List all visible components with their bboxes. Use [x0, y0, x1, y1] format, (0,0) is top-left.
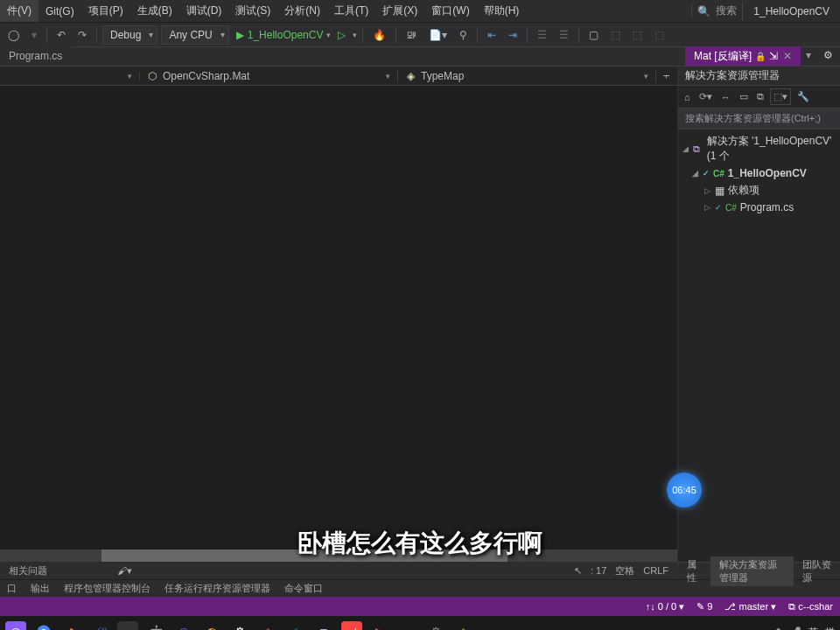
config-dropdown[interactable]: Debug — [102, 25, 158, 45]
menu-git[interactable]: Git(G) — [38, 2, 81, 21]
tab-dropdown-icon[interactable]: ▾ — [801, 46, 816, 66]
status-repo[interactable]: ⧉ c--cshar — [788, 601, 833, 612]
taskbar-app-icon[interactable]: ◉ — [5, 621, 26, 630]
solution-explorer-tab[interactable]: 解决方案资源管理器 — [710, 556, 794, 586]
menu-extensions[interactable]: 扩展(X) — [375, 0, 424, 22]
taskbar-app-icon[interactable]: 𝒮 — [89, 621, 110, 630]
menu-build[interactable]: 生成(B) — [130, 0, 179, 22]
menu-tools[interactable]: 工具(T) — [327, 0, 375, 22]
taskbar-app-icon[interactable]: ◈ — [257, 621, 278, 630]
task-runner-tab[interactable]: 任务运行程序资源管理器 — [158, 580, 277, 597]
menu-view[interactable]: 件(V) — [0, 0, 38, 22]
menu-help[interactable]: 帮助(H) — [477, 0, 527, 22]
search-box[interactable]: 🔍 搜索 — [691, 4, 742, 18]
menu-window[interactable]: 窗口(W) — [424, 0, 476, 22]
editor-bottom-row: 相关问题 🖌▾ ↖ : 17 空格 CRLF — [0, 562, 677, 579]
expand-icon[interactable]: ▷ — [703, 203, 711, 212]
next-bookmark-icon[interactable]: ⬚ — [628, 26, 647, 44]
taskbar-app-icon[interactable]: ○ — [397, 621, 418, 630]
properties-tab[interactable]: 属性 — [678, 556, 710, 586]
comment-icon[interactable]: ☰ — [533, 26, 551, 44]
taskbar-chrome-icon[interactable] — [33, 621, 54, 630]
main-toolbar: ◯ ▾ ↶ ↷ Debug Any CPU ▶ 1_HelloOpenCV ▾ … — [0, 23, 840, 47]
package-icon: ▦ — [715, 185, 724, 197]
taskbar-app-icon[interactable]: ⚙ — [425, 621, 446, 630]
code-editor[interactable] — [0, 86, 677, 550]
tab-mat-decompiled[interactable]: Mat [反编译] ⇲ ✕ — [685, 46, 801, 66]
tray-chevron-icon[interactable]: ⌃ — [774, 626, 782, 631]
indent-icon[interactable]: ⇥ — [504, 26, 522, 44]
nav-class-dropdown[interactable]: ▾ — [0, 72, 140, 80]
find-icon[interactable]: ⚲ — [455, 26, 472, 44]
sync-icon[interactable]: ↔ — [718, 90, 733, 104]
run-no-debug-icon[interactable]: ▷ — [334, 29, 349, 41]
project-node[interactable]: ◢ ✓ C# 1_HelloOpenCV — [678, 165, 840, 181]
window-tab[interactable]: 口 — [0, 580, 24, 597]
nav-type-dropdown[interactable]: ⬡ OpenCvSharp.Mat ▾ — [140, 70, 398, 82]
menu-analyze[interactable]: 分析(N) — [277, 0, 327, 22]
status-nav[interactable]: ↑↓ 0 / 0 ▾ — [646, 601, 685, 612]
properties-icon[interactable]: ⧉ — [754, 89, 766, 104]
taskbar-app-icon[interactable]: ◗ — [61, 621, 82, 630]
ime-indicator[interactable]: 英 — [808, 626, 818, 631]
menu-test[interactable]: 测试(S) — [228, 0, 277, 22]
indent-label[interactable]: 空格 — [615, 564, 634, 578]
taskbar-steam-icon[interactable]: ⚙ — [229, 621, 250, 630]
nav-back-icon[interactable]: ◯ — [4, 26, 24, 44]
home-icon[interactable]: ⌂ — [682, 90, 693, 104]
prev-bookmark-icon[interactable]: ⬚ — [606, 26, 625, 44]
refresh-icon[interactable]: ⟳▾ — [696, 89, 715, 104]
taskbar-app-icon[interactable]: ⛰ — [453, 621, 474, 630]
related-issues-tab[interactable]: 相关问题 — [0, 563, 56, 579]
outdent-icon[interactable]: ⇤ — [483, 26, 500, 44]
gear-icon[interactable]: ⚙ — [816, 46, 840, 66]
nav-fwd-icon[interactable]: ▾ — [27, 26, 41, 44]
hot-reload-icon[interactable]: 🔥 — [368, 26, 390, 44]
taskbar-app-icon[interactable]: ◉ — [173, 621, 194, 630]
solution-root[interactable]: ◢ ⧉ 解决方案 '1_HelloOpenCV' (1 个 — [678, 132, 840, 165]
team-explorer-tab[interactable]: 团队资源 — [794, 556, 840, 586]
status-changes[interactable]: ✎ 9 — [696, 601, 712, 612]
menu-project[interactable]: 项目(P) — [81, 0, 130, 22]
browser-dropdown-icon[interactable]: 🖳 — [402, 26, 421, 44]
redo-icon[interactable]: ↷ — [74, 26, 91, 44]
dependencies-node[interactable]: ▷ ▦ 依赖项 — [678, 181, 840, 200]
brush-icon[interactable]: 🖌▾ — [108, 564, 141, 578]
showall-icon[interactable]: ▭ — [737, 89, 751, 104]
csharp-file-icon: C# — [725, 203, 737, 213]
run-button[interactable]: ▶ 1_HelloOpenCV ▾ — [236, 29, 332, 41]
tray-mic-icon[interactable]: 🎤 — [789, 626, 802, 631]
command-window-tab[interactable]: 命令窗口 — [277, 580, 330, 597]
expand-icon[interactable]: ▷ — [703, 186, 711, 195]
uncomment-icon[interactable]: ☰ — [555, 26, 573, 44]
file-node[interactable]: ▷ ✓ C# Program.cs — [678, 200, 840, 215]
add-file-icon[interactable]: 📄▾ — [424, 26, 452, 44]
collapse-icon[interactable]: ◢ — [682, 144, 690, 153]
tab-program-cs[interactable]: Program.cs — [0, 46, 71, 66]
taskbar-vscode-icon[interactable]: ⬙ — [285, 621, 306, 630]
close-icon[interactable]: ✕ — [783, 50, 792, 62]
ime-indicator[interactable]: 拼 — [825, 626, 835, 631]
nav-member-dropdown[interactable]: ◈ TypeMap ▾ — [398, 70, 656, 82]
status-branch[interactable]: ⎇ master ▾ — [724, 601, 776, 612]
clear-bookmark-icon[interactable]: ⬚ — [650, 26, 668, 44]
taskbar-app-icon[interactable]: ▶ — [369, 621, 390, 630]
taskbar-app-icon[interactable]: 🤖 — [145, 621, 166, 630]
taskbar-vs-icon[interactable]: ⧗ — [313, 621, 334, 630]
output-tab[interactable]: 输出 — [24, 580, 57, 597]
lineending-label[interactable]: CRLF — [643, 565, 668, 576]
group-icon[interactable]: ⬚▾ — [770, 88, 791, 105]
wrench-icon[interactable]: 🔧 — [794, 89, 812, 104]
taskbar-app-icon[interactable]: yd — [341, 621, 362, 630]
solution-search-input[interactable]: 搜索解决方案资源管理器(Ctrl+;) — [678, 108, 840, 130]
bookmark-icon[interactable]: ▢ — [584, 26, 603, 44]
undo-icon[interactable]: ↶ — [52, 26, 70, 44]
taskbar-app-icon[interactable]: ◐ — [201, 621, 222, 630]
package-manager-tab[interactable]: 程序包管理器控制台 — [57, 580, 158, 597]
separator — [362, 27, 363, 43]
taskbar-app-icon[interactable]: S>G — [117, 621, 138, 630]
platform-dropdown[interactable]: Any CPU — [161, 25, 228, 45]
collapse-icon[interactable]: ◢ — [690, 169, 699, 178]
menu-debug[interactable]: 调试(D) — [179, 0, 229, 22]
split-icon[interactable]: ⫟ — [656, 70, 677, 82]
